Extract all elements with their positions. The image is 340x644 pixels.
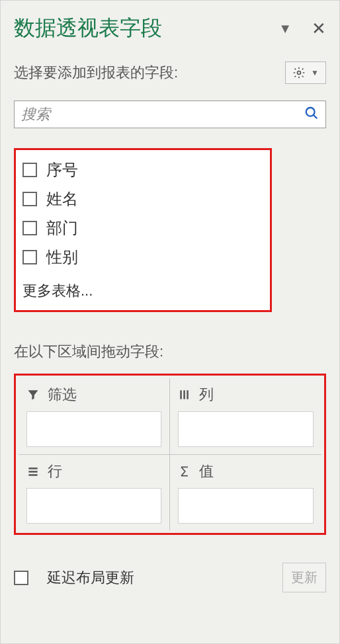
- header-controls: ▼ ✕: [278, 19, 326, 39]
- zone-header: 列: [178, 385, 314, 405]
- more-tables-link[interactable]: 更多表格...: [22, 272, 263, 303]
- search-input[interactable]: [21, 106, 304, 123]
- field-item[interactable]: 部门: [22, 214, 263, 243]
- svg-rect-4: [183, 390, 185, 399]
- pivot-table-fields-pane: 数据透视表字段 ▼ ✕ 选择要添加到报表的字段: ▼: [0, 0, 340, 644]
- svg-point-1: [306, 108, 315, 116]
- chevron-down-icon: ▼: [311, 68, 319, 77]
- defer-layout-checkbox[interactable]: [14, 571, 28, 585]
- field-list: 序号 姓名 部门 性别 更多表格...: [14, 148, 272, 312]
- defer-layout-row: 延迟布局更新: [14, 568, 134, 588]
- search-icon[interactable]: [304, 106, 319, 123]
- search-box: [14, 101, 326, 128]
- drag-fields-label: 在以下区域间拖动字段:: [14, 342, 326, 362]
- field-checkbox[interactable]: [22, 163, 37, 177]
- zone-drop-area[interactable]: [178, 411, 314, 447]
- zone-label: 值: [199, 462, 214, 481]
- footer: 延迟布局更新 更新: [14, 563, 326, 592]
- field-item[interactable]: 姓名: [22, 184, 263, 214]
- zones-grid: 筛选 列: [19, 378, 321, 530]
- zone-drop-area[interactable]: [178, 488, 314, 524]
- drop-zones-container: 筛选 列: [14, 374, 326, 535]
- field-label: 部门: [46, 218, 78, 239]
- field-label: 序号: [46, 159, 78, 181]
- zone-drop-area[interactable]: [26, 411, 161, 447]
- subtitle-row: 选择要添加到报表的字段: ▼: [14, 61, 326, 84]
- svg-rect-5: [187, 390, 189, 399]
- field-checkbox[interactable]: [22, 250, 37, 264]
- gear-icon: [292, 66, 306, 79]
- field-label: 姓名: [46, 188, 78, 210]
- svg-rect-7: [28, 471, 37, 473]
- task-pane-options-button[interactable]: ▼: [278, 21, 292, 36]
- pane-title: 数据透视表字段: [14, 14, 162, 43]
- zone-header: 值: [178, 462, 314, 481]
- svg-point-0: [298, 71, 301, 75]
- svg-rect-3: [180, 390, 182, 399]
- choose-fields-label: 选择要添加到报表的字段:: [14, 63, 178, 83]
- tools-dropdown-button[interactable]: ▼: [285, 61, 326, 84]
- svg-line-2: [314, 115, 318, 119]
- svg-rect-6: [28, 467, 37, 469]
- zone-label: 行: [48, 462, 62, 481]
- rows-icon: [26, 465, 40, 478]
- field-checkbox[interactable]: [22, 221, 37, 235]
- defer-layout-label: 延迟布局更新: [47, 568, 134, 588]
- rows-zone[interactable]: 行: [19, 454, 170, 530]
- field-item[interactable]: 性别: [22, 243, 263, 272]
- columns-icon: [178, 388, 191, 401]
- zone-label: 筛选: [48, 385, 77, 405]
- field-label: 性别: [46, 247, 78, 268]
- zone-drop-area[interactable]: [26, 488, 161, 524]
- filter-icon: [26, 388, 40, 401]
- zone-label: 列: [199, 385, 214, 405]
- zone-header: 行: [26, 462, 161, 481]
- field-checkbox[interactable]: [22, 192, 37, 206]
- pane-header: 数据透视表字段 ▼ ✕: [14, 14, 326, 43]
- columns-zone[interactable]: 列: [170, 378, 321, 454]
- zone-header: 筛选: [26, 385, 161, 405]
- values-zone[interactable]: 值: [170, 454, 321, 530]
- svg-rect-8: [28, 474, 37, 476]
- close-button[interactable]: ✕: [312, 19, 326, 39]
- update-button[interactable]: 更新: [282, 563, 326, 592]
- field-item[interactable]: 序号: [22, 155, 263, 184]
- sigma-icon: [178, 465, 191, 478]
- filters-zone[interactable]: 筛选: [19, 378, 170, 454]
